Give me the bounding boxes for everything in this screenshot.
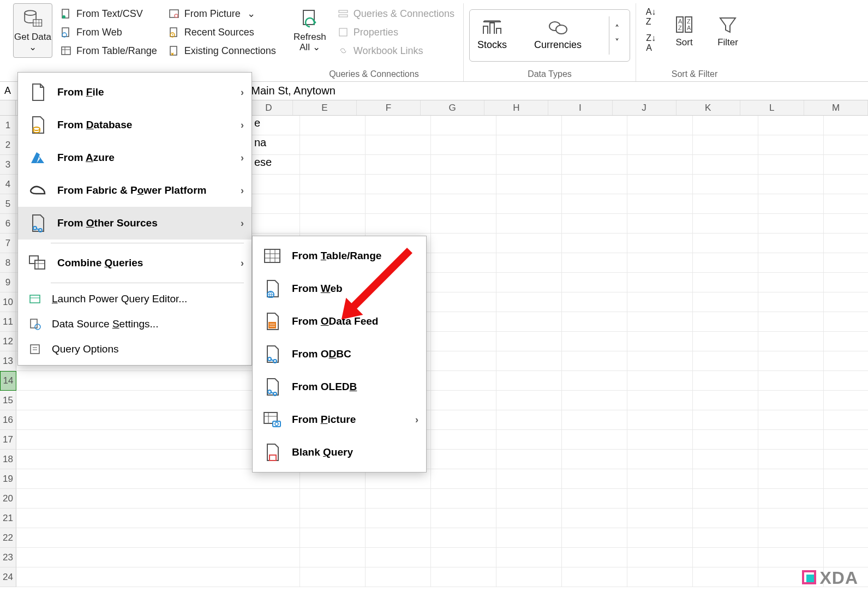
menu-from-fabric[interactable]: From Fabric & Power Platform › (18, 174, 252, 207)
row-header[interactable]: 20 (0, 489, 16, 509)
cell[interactable] (627, 312, 693, 332)
col-header[interactable]: H (484, 100, 548, 115)
row-header[interactable]: 13 (0, 351, 16, 371)
cell[interactable] (824, 194, 868, 214)
existing-connections-button[interactable]: Existing Connections (165, 43, 279, 59)
cell[interactable] (496, 194, 562, 214)
cell[interactable] (627, 273, 693, 292)
cell[interactable] (627, 548, 693, 567)
cell[interactable] (758, 253, 824, 273)
cell[interactable] (627, 116, 693, 135)
cell[interactable] (693, 567, 758, 587)
cell[interactable] (693, 312, 758, 332)
cell[interactable] (366, 116, 431, 135)
cell[interactable] (758, 371, 824, 391)
cell[interactable] (627, 371, 693, 391)
row-header[interactable]: 3 (0, 155, 16, 175)
cell[interactable] (758, 430, 824, 450)
cell[interactable] (627, 332, 693, 351)
cell[interactable] (431, 450, 496, 469)
queries-connections-button[interactable]: Queries & Connections (334, 5, 458, 22)
cell[interactable] (693, 175, 758, 194)
cell[interactable] (251, 528, 300, 548)
cell[interactable] (758, 116, 824, 135)
cell[interactable] (251, 175, 300, 194)
cell[interactable] (366, 548, 431, 567)
col-header[interactable]: L (740, 100, 804, 115)
cell[interactable] (366, 567, 431, 587)
sort-desc-button[interactable]: Z↓A (642, 35, 660, 51)
cell[interactable] (824, 391, 868, 410)
cell[interactable] (758, 175, 824, 194)
cell[interactable] (758, 155, 824, 175)
row-header[interactable]: 9 (0, 273, 16, 292)
cell[interactable] (758, 292, 824, 312)
row-header[interactable]: 17 (0, 430, 16, 450)
row-header[interactable]: 5 (0, 194, 16, 214)
row-header[interactable]: 4 (0, 175, 16, 194)
cell[interactable] (562, 528, 627, 548)
cell[interactable] (431, 489, 496, 509)
cell[interactable] (824, 371, 868, 391)
cell[interactable] (824, 292, 868, 312)
cell[interactable] (562, 116, 627, 135)
cell[interactable] (431, 430, 496, 450)
cell[interactable] (431, 410, 496, 430)
cell[interactable] (562, 234, 627, 253)
row-header[interactable]: 23 (0, 548, 16, 567)
cell[interactable] (562, 332, 627, 351)
cell[interactable] (627, 214, 693, 234)
cell[interactable] (627, 509, 693, 528)
col-header[interactable]: K (677, 100, 740, 115)
cell[interactable] (758, 391, 824, 410)
cell[interactable] (431, 194, 496, 214)
cell[interactable] (627, 175, 693, 194)
cell[interactable] (300, 175, 366, 194)
submenu-odbc[interactable]: From ODBC (253, 338, 426, 370)
row-header[interactable]: 10 (0, 292, 16, 312)
cell[interactable] (627, 253, 693, 273)
cell[interactable] (627, 292, 693, 312)
cell[interactable] (693, 116, 758, 135)
cell[interactable] (431, 214, 496, 234)
cell[interactable] (693, 489, 758, 509)
row-header[interactable]: 15 (0, 391, 16, 410)
menu-from-database[interactable]: From Database › (18, 109, 252, 141)
cell[interactable] (300, 528, 366, 548)
cell[interactable] (824, 410, 868, 430)
cell[interactable] (758, 273, 824, 292)
recent-sources-button[interactable]: Recent Sources (165, 24, 279, 40)
stocks-button[interactable]: Stocks (477, 20, 507, 51)
cell[interactable] (693, 351, 758, 371)
cell[interactable] (693, 509, 758, 528)
cell[interactable] (562, 351, 627, 371)
cell[interactable] (431, 273, 496, 292)
cell[interactable] (562, 214, 627, 234)
cell[interactable] (366, 509, 431, 528)
cell[interactable] (758, 194, 824, 214)
from-text-csv-button[interactable]: From Text/CSV (57, 5, 160, 22)
col-header[interactable]: F (357, 100, 421, 115)
name-box[interactable]: A (0, 85, 15, 97)
menu-query-options[interactable]: Query Options (18, 337, 252, 362)
cell[interactable] (627, 410, 693, 430)
cell[interactable] (758, 489, 824, 509)
cell[interactable] (431, 509, 496, 528)
cell[interactable] (693, 155, 758, 175)
row-header[interactable]: 6 (0, 214, 16, 234)
cell[interactable] (824, 253, 868, 273)
sort-asc-button[interactable]: A↓Z (642, 9, 660, 25)
cell[interactable] (431, 351, 496, 371)
cell[interactable] (627, 528, 693, 548)
cell[interactable] (496, 371, 562, 391)
cell[interactable] (758, 332, 824, 351)
cell[interactable] (758, 509, 824, 528)
cell[interactable] (824, 175, 868, 194)
cell[interactable] (627, 194, 693, 214)
cell[interactable] (562, 469, 627, 489)
row-header[interactable]: 24 (0, 567, 16, 587)
cell[interactable] (431, 567, 496, 587)
cell[interactable] (300, 489, 366, 509)
cell[interactable] (824, 489, 868, 509)
sort-button[interactable]: AZZA Sort (665, 3, 704, 58)
